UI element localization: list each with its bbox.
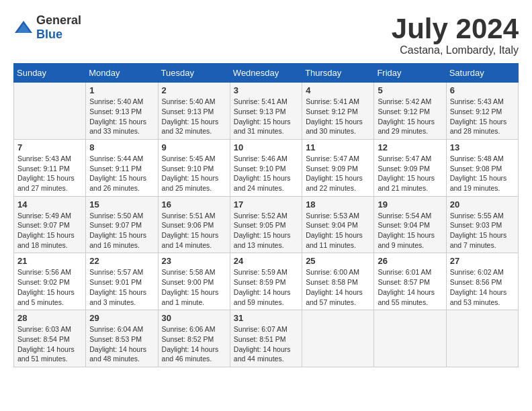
calendar-cell: 16Sunrise: 5:51 AMSunset: 9:06 PMDayligh… [158,196,230,253]
day-info: Sunrise: 6:06 AMSunset: 8:52 PMDaylight:… [162,324,226,364]
calendar-cell: 1Sunrise: 5:40 AMSunset: 9:13 PMDaylight… [86,83,158,140]
header-tuesday: Tuesday [158,64,230,83]
calendar-week-row: 1Sunrise: 5:40 AMSunset: 9:13 PMDaylight… [14,83,519,140]
header-sunday: Sunday [14,64,86,83]
day-number: 4 [306,85,370,95]
day-number: 28 [17,313,82,323]
calendar-cell: 13Sunrise: 5:48 AMSunset: 9:08 PMDayligh… [446,139,518,196]
day-info: Sunrise: 5:53 AMSunset: 9:04 PMDaylight:… [306,211,370,250]
day-info: Sunrise: 6:02 AMSunset: 8:56 PMDaylight:… [450,267,515,307]
calendar-cell: 4Sunrise: 5:41 AMSunset: 9:12 PMDaylight… [302,83,374,140]
day-info: Sunrise: 6:03 AMSunset: 8:54 PMDaylight:… [17,324,82,364]
calendar-cell: 31Sunrise: 6:07 AMSunset: 8:51 PMDayligh… [230,310,302,367]
calendar-cell: 21Sunrise: 5:56 AMSunset: 9:02 PMDayligh… [14,253,86,310]
calendar-cell: 11Sunrise: 5:47 AMSunset: 9:09 PMDayligh… [302,139,374,196]
day-info: Sunrise: 6:04 AMSunset: 8:53 PMDaylight:… [89,324,154,364]
day-number: 5 [378,85,442,95]
day-number: 1 [89,85,154,95]
day-number: 15 [89,199,154,210]
day-number: 8 [89,142,154,152]
location-subtitle: Castana, Lombardy, Italy [392,44,519,56]
header-friday: Friday [374,64,446,83]
calendar-cell: 2Sunrise: 5:40 AMSunset: 9:13 PMDaylight… [158,83,230,140]
calendar-cell: 15Sunrise: 5:50 AMSunset: 9:07 PMDayligh… [86,196,158,253]
day-info: Sunrise: 5:48 AMSunset: 9:08 PMDaylight:… [450,154,515,193]
day-info: Sunrise: 5:56 AMSunset: 9:02 PMDaylight:… [17,267,82,307]
day-info: Sunrise: 5:52 AMSunset: 9:05 PMDaylight:… [234,211,298,250]
day-number: 18 [306,199,370,210]
day-info: Sunrise: 5:57 AMSunset: 9:01 PMDaylight:… [89,267,154,307]
header-monday: Monday [86,64,158,83]
calendar-cell: 18Sunrise: 5:53 AMSunset: 9:04 PMDayligh… [302,196,374,253]
day-number: 24 [234,256,298,266]
logo-general: General [36,13,81,27]
calendar-cell: 8Sunrise: 5:44 AMSunset: 9:11 PMDaylight… [86,139,158,196]
day-info: Sunrise: 5:43 AMSunset: 9:12 PMDaylight:… [450,97,515,136]
day-number: 6 [450,85,515,95]
day-number: 31 [234,313,298,323]
day-info: Sunrise: 5:40 AMSunset: 9:13 PMDaylight:… [162,97,226,136]
day-info: Sunrise: 5:54 AMSunset: 9:04 PMDaylight:… [378,211,442,250]
calendar-cell: 5Sunrise: 5:42 AMSunset: 9:12 PMDaylight… [374,83,446,140]
calendar-cell: 29Sunrise: 6:04 AMSunset: 8:53 PMDayligh… [86,310,158,367]
calendar-week-row: 7Sunrise: 5:43 AMSunset: 9:11 PMDaylight… [14,139,519,196]
day-number: 14 [17,199,82,210]
calendar-cell: 25Sunrise: 6:00 AMSunset: 8:58 PMDayligh… [302,253,374,310]
logo-blue: Blue [36,28,62,41]
day-info: Sunrise: 5:49 AMSunset: 9:07 PMDaylight:… [17,211,82,250]
logo-text: General Blue [36,13,81,42]
day-info: Sunrise: 5:43 AMSunset: 9:11 PMDaylight:… [17,154,82,193]
day-number: 26 [378,256,442,266]
day-info: Sunrise: 5:47 AMSunset: 9:09 PMDaylight:… [378,154,442,193]
calendar-cell: 3Sunrise: 5:41 AMSunset: 9:13 PMDaylight… [230,83,302,140]
day-number: 10 [234,142,298,152]
day-info: Sunrise: 5:45 AMSunset: 9:10 PMDaylight:… [162,154,226,193]
day-number: 23 [162,256,226,266]
day-info: Sunrise: 5:58 AMSunset: 9:00 PMDaylight:… [162,267,226,307]
day-number: 22 [89,256,154,266]
calendar-cell: 9Sunrise: 5:45 AMSunset: 9:10 PMDaylight… [158,139,230,196]
day-number: 2 [162,85,226,95]
day-info: Sunrise: 6:01 AMSunset: 8:57 PMDaylight:… [378,267,442,307]
day-number: 25 [306,256,370,266]
day-number: 30 [162,313,226,323]
day-info: Sunrise: 5:41 AMSunset: 9:13 PMDaylight:… [234,97,298,136]
calendar-cell [374,310,446,367]
day-number: 29 [89,313,154,323]
day-info: Sunrise: 5:41 AMSunset: 9:12 PMDaylight:… [306,97,370,136]
title-section: July 2024 Castana, Lombardy, Italy [392,13,519,56]
day-number: 20 [450,199,515,210]
logo: General Blue [13,13,81,42]
day-info: Sunrise: 5:46 AMSunset: 9:10 PMDaylight:… [234,154,298,193]
day-number: 17 [234,199,298,210]
calendar-week-row: 28Sunrise: 6:03 AMSunset: 8:54 PMDayligh… [14,310,519,367]
calendar-cell: 7Sunrise: 5:43 AMSunset: 9:11 PMDaylight… [14,139,86,196]
day-info: Sunrise: 5:55 AMSunset: 9:03 PMDaylight:… [450,211,515,250]
calendar-cell: 20Sunrise: 5:55 AMSunset: 9:03 PMDayligh… [446,196,518,253]
day-number: 11 [306,142,370,152]
day-info: Sunrise: 5:40 AMSunset: 9:13 PMDaylight:… [89,97,154,136]
day-number: 3 [234,85,298,95]
day-number: 21 [17,256,82,266]
calendar-cell: 14Sunrise: 5:49 AMSunset: 9:07 PMDayligh… [14,196,86,253]
calendar-header-row: SundayMondayTuesdayWednesdayThursdayFrid… [14,64,519,83]
calendar-cell: 22Sunrise: 5:57 AMSunset: 9:01 PMDayligh… [86,253,158,310]
calendar-cell: 27Sunrise: 6:02 AMSunset: 8:56 PMDayligh… [446,253,518,310]
calendar-table: SundayMondayTuesdayWednesdayThursdayFrid… [13,63,519,367]
calendar-cell [302,310,374,367]
header-wednesday: Wednesday [230,64,302,83]
day-number: 19 [378,199,442,210]
day-info: Sunrise: 5:51 AMSunset: 9:06 PMDaylight:… [162,211,226,250]
calendar-cell: 23Sunrise: 5:58 AMSunset: 9:00 PMDayligh… [158,253,230,310]
calendar-cell: 6Sunrise: 5:43 AMSunset: 9:12 PMDaylight… [446,83,518,140]
calendar-cell: 28Sunrise: 6:03 AMSunset: 8:54 PMDayligh… [14,310,86,367]
calendar-cell: 17Sunrise: 5:52 AMSunset: 9:05 PMDayligh… [230,196,302,253]
day-number: 9 [162,142,226,152]
day-number: 12 [378,142,442,152]
calendar-cell: 30Sunrise: 6:06 AMSunset: 8:52 PMDayligh… [158,310,230,367]
day-info: Sunrise: 5:47 AMSunset: 9:09 PMDaylight:… [306,154,370,193]
day-number: 27 [450,256,515,266]
calendar-cell: 19Sunrise: 5:54 AMSunset: 9:04 PMDayligh… [374,196,446,253]
header-thursday: Thursday [302,64,374,83]
day-info: Sunrise: 6:00 AMSunset: 8:58 PMDaylight:… [306,267,370,307]
